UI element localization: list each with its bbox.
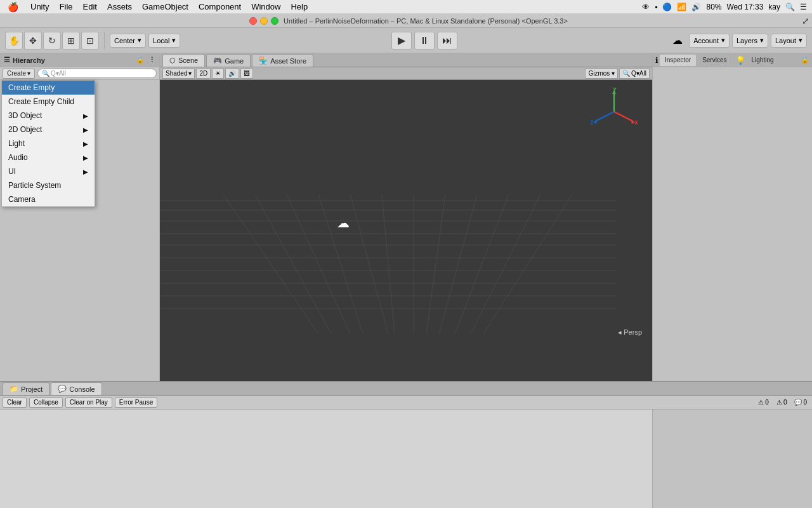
menu-wifi: 📶 — [677, 3, 686, 11]
inspector-tab-label: Inspector — [665, 57, 691, 64]
fx-toggle[interactable]: 🖼 — [240, 69, 253, 79]
light-label: Light — [8, 139, 25, 148]
dropdown-3d-object[interactable]: 3D Object ▶ — [2, 109, 95, 123]
scene-tab-icon: ⬡ — [169, 57, 176, 65]
tab-console[interactable]: 💬 Console — [51, 382, 102, 395]
gizmos-dropdown[interactable]: Gizmos ▾ — [585, 69, 618, 79]
lighting-icon: 💡 — [736, 56, 745, 65]
menu-file[interactable]: File — [55, 0, 78, 14]
menu-bluetooth: 🔵 — [662, 3, 672, 11]
clear-button[interactable]: Clear — [3, 398, 27, 408]
dropdown-audio[interactable]: Audio ▶ — [2, 150, 95, 164]
clear-on-play-label: Clear on Play — [70, 399, 108, 406]
menu-component[interactable]: Component — [193, 0, 246, 14]
dropdown-light[interactable]: Light ▶ — [2, 137, 95, 150]
collapse-button[interactable]: Collapse — [29, 398, 63, 408]
menu-search-icon[interactable]: 🔍 — [785, 3, 795, 11]
pivot-dropdown[interactable]: Center ▾ — [110, 34, 146, 48]
step-button[interactable]: ⏭ — [437, 32, 457, 50]
toolbar: ✋ ✥ ↻ ⊞ ⊡ Center ▾ Local ▾ ▶ ⏸ ⏭ ☁ Accou… — [0, 28, 812, 53]
hierarchy-search[interactable]: 🔍 Q▾All — [37, 69, 157, 78]
3d-object-arrow: ▶ — [83, 112, 88, 119]
project-tab-label: Project — [21, 385, 43, 393]
account-dropdown[interactable]: Account ▾ — [689, 34, 730, 48]
gizmos-label: Gizmos ▾ — [588, 70, 615, 77]
scene-view[interactable]: .grid-line { stroke: #555; stroke-width:… — [160, 80, 652, 381]
create-button[interactable]: Create ▾ — [3, 69, 35, 79]
audio-toggle[interactable]: 🔊 — [225, 69, 239, 79]
error-pause-label: Error Pause — [119, 399, 153, 406]
hierarchy-lock[interactable]: 🔒 — [136, 56, 145, 64]
space-label: Local — [153, 37, 169, 44]
pause-button[interactable]: ⏸ — [414, 32, 435, 50]
inspector-icon: ℹ — [655, 56, 658, 65]
rect-tool[interactable]: ⊡ — [81, 32, 99, 50]
menu-edit[interactable]: Edit — [78, 0, 102, 14]
space-arrow: ▾ — [172, 36, 176, 44]
message-count: 💬 0 — [792, 399, 809, 406]
play-button[interactable]: ▶ — [391, 32, 412, 50]
scene-toolbar: Shaded ▾ 2D ☀ 🔊 🖼 Gizmos ▾ 🔍 Q▾All — [160, 67, 652, 80]
tab-scene[interactable]: ⬡ Scene — [162, 54, 205, 67]
scale-tool[interactable]: ⊞ — [62, 32, 80, 50]
dropdown-ui[interactable]: UI ▶ — [2, 164, 95, 178]
expand-button[interactable]: ⤢ — [802, 16, 809, 26]
close-button[interactable] — [249, 17, 257, 25]
2d-label: 2D — [199, 70, 207, 77]
scene-search[interactable]: 🔍 Q▾All — [619, 69, 650, 79]
menu-notif-icon[interactable]: ☰ — [800, 3, 807, 11]
dropdown-2d-object[interactable]: 2D Object ▶ — [2, 123, 95, 137]
scene-grid-svg: .grid-line { stroke: #555; stroke-width:… — [160, 80, 652, 381]
rotate-tool[interactable]: ↻ — [43, 32, 61, 50]
pivot-label: Center — [114, 37, 135, 44]
dropdown-create-empty[interactable]: Create Empty — [2, 81, 95, 95]
menu-gameobject[interactable]: GameObject — [137, 0, 193, 14]
tab-inspector[interactable]: Inspector — [660, 55, 696, 66]
message-icon: 💬 — [794, 399, 802, 406]
dropdown-create-empty-child[interactable]: Create Empty Child — [2, 95, 95, 109]
layers-dropdown[interactable]: Layers ▾ — [732, 34, 768, 48]
lighting-toggle[interactable]: ☀ — [212, 69, 224, 79]
menu-window[interactable]: Window — [246, 0, 285, 14]
2d-toggle[interactable]: 2D — [196, 69, 211, 79]
apple-menu[interactable]: 🍎 — [0, 2, 25, 12]
menu-assets[interactable]: Assets — [102, 0, 137, 14]
menu-unity[interactable]: Unity — [25, 0, 55, 14]
tab-project[interactable]: 📁 Project — [3, 382, 49, 395]
sep1 — [104, 32, 105, 50]
play-controls: ▶ ⏸ ⏭ — [183, 32, 666, 50]
layout-dropdown[interactable]: Layout ▾ — [771, 34, 807, 48]
tab-game[interactable]: 🎮 Game — [206, 54, 251, 67]
dropdown-camera[interactable]: Camera — [2, 192, 95, 206]
menu-help[interactable]: Help — [285, 0, 313, 14]
tab-lighting[interactable]: Lighting — [747, 55, 779, 66]
hierarchy-toolbar: Create ▾ 🔍 Q▾All — [0, 67, 159, 80]
hand-tool[interactable]: ✋ — [5, 32, 23, 50]
error-pause-button[interactable]: Error Pause — [115, 398, 157, 408]
menu-user: kay — [768, 3, 780, 11]
svg-text:Z: Z — [590, 119, 594, 126]
maximize-button[interactable] — [271, 17, 278, 25]
tab-asset-store[interactable]: 🏪 Asset Store — [252, 54, 313, 67]
inspector-lock[interactable]: 🔒 — [801, 56, 809, 64]
hierarchy-menu[interactable]: ⋮ — [148, 56, 155, 64]
pivot-arrow: ▾ — [138, 36, 141, 44]
scene-object: ☁ — [337, 215, 356, 228]
error-count: ⚠ 0 — [756, 399, 771, 406]
tab-services[interactable]: Services — [697, 55, 731, 66]
console-tab-bar: 📁 Project 💬 Console — [0, 382, 812, 396]
project-tab-icon: 📁 — [10, 385, 18, 393]
account-label: Account — [693, 37, 719, 44]
clear-on-play-button[interactable]: Clear on Play — [65, 398, 112, 408]
move-tool[interactable]: ✥ — [24, 32, 42, 50]
cloud-button[interactable]: ☁ — [669, 33, 686, 48]
shading-dropdown[interactable]: Shaded ▾ — [162, 69, 195, 79]
minimize-button[interactable] — [260, 17, 268, 25]
clear-label: Clear — [7, 399, 22, 406]
hierarchy-header: ☰ Hierarchy 🔒 ⋮ — [0, 53, 159, 67]
space-dropdown[interactable]: Local ▾ — [148, 34, 180, 48]
svg-line-14 — [382, 194, 395, 334]
search-icon: 🔍 — [42, 70, 49, 77]
console-content — [0, 410, 652, 508]
dropdown-particle-system[interactable]: Particle System — [2, 178, 95, 192]
